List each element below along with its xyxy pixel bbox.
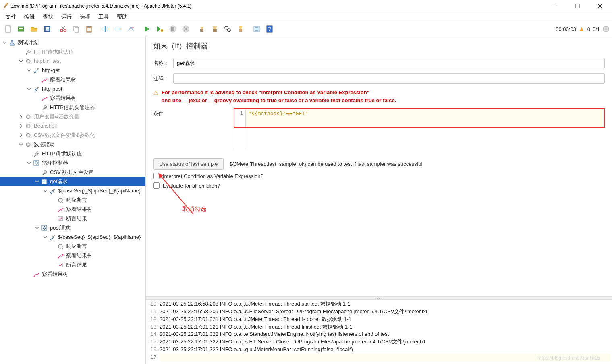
chevron-down-icon[interactable] <box>34 226 40 230</box>
condition-editor[interactable]: 1 "${methods}"=="GET" <box>234 108 605 128</box>
reset-search-icon[interactable] <box>234 23 247 35</box>
tree-item[interactable]: HTTP请求默认值 <box>0 47 145 56</box>
menu-tools[interactable]: 工具 <box>94 12 113 22</box>
tree-item[interactable]: HTTP请求默认值 <box>0 149 145 158</box>
chevron-down-icon[interactable] <box>42 189 48 193</box>
jmeter-feather-icon <box>3 2 9 10</box>
chevron-down-icon[interactable] <box>26 87 32 91</box>
tree-item[interactable]: 察看结果树 <box>0 251 145 260</box>
test-plan-tree[interactable]: 测试计划 HTTP请求默认值httpbin_testhttp-get察看结果树h… <box>0 36 146 364</box>
stop-icon[interactable] <box>167 23 179 35</box>
tree-item[interactable]: 察看结果树 <box>0 269 145 279</box>
svg-rect-29 <box>200 29 203 32</box>
comment-label: 注释： <box>153 75 173 82</box>
evaluate-all-children-checkbox[interactable] <box>153 182 160 189</box>
tree-item[interactable]: http-get <box>0 66 145 75</box>
svg-rect-59 <box>34 161 39 165</box>
function-helper-icon[interactable] <box>251 23 263 35</box>
tree-item[interactable]: 断言结果 <box>0 260 145 269</box>
menu-help[interactable]: 帮助 <box>113 12 131 22</box>
close-button[interactable] <box>594 2 606 10</box>
cut-icon[interactable] <box>57 23 69 35</box>
tree-item[interactable]: ${caseSeq}_${apiSeq}_${apiName} <box>0 232 145 242</box>
maximize-button[interactable] <box>572 2 583 10</box>
tree-item[interactable]: CSV数据文件变量&参数化 <box>0 130 145 140</box>
clear-icon[interactable] <box>196 23 208 35</box>
interpret-condition-checkbox[interactable] <box>153 173 160 179</box>
gear-icon <box>24 132 32 139</box>
warning-line1: For performance it is advised to check "… <box>162 89 396 97</box>
expand-icon[interactable] <box>99 23 111 35</box>
clear-all-icon[interactable] <box>209 23 221 35</box>
toggle-icon[interactable] <box>125 23 137 35</box>
tree-item[interactable]: Beanshell <box>0 121 145 130</box>
paste-icon[interactable] <box>83 23 95 35</box>
warning-triangle-icon: ⚠ <box>153 89 158 96</box>
tree-label: 用户变量&函数变量 <box>33 113 79 120</box>
tree-item[interactable]: 断言结果 <box>0 214 145 223</box>
toolbar-right: 00:00:03 ▲ 0 0/1 <box>556 25 610 33</box>
log-panel[interactable]: 102021-03-25 22:16:58,208 INFO o.a.j.t.J… <box>146 300 612 364</box>
menu-options[interactable]: 选项 <box>76 12 94 22</box>
tree-item[interactable]: 察看结果树 <box>0 205 145 214</box>
tree-label: HTTP请求默认值 <box>33 48 74 56</box>
chevron-down-icon[interactable] <box>34 180 40 184</box>
shutdown-icon[interactable] <box>180 23 192 35</box>
log-splitter[interactable]: •••• <box>146 296 612 300</box>
menu-bar: 文件 编辑 查找 运行 选项 工具 帮助 <box>0 12 612 22</box>
collapse-icon[interactable] <box>112 23 124 35</box>
tree-item[interactable]: 用户变量&函数变量 <box>0 112 145 121</box>
menu-edit[interactable]: 编辑 <box>20 12 39 22</box>
loop-icon <box>32 160 40 166</box>
svg-rect-73 <box>58 263 63 267</box>
condition-code[interactable]: "${methods}"=="GET" <box>246 109 604 127</box>
chevron-down-icon[interactable] <box>18 143 24 147</box>
name-input[interactable] <box>173 58 605 68</box>
tree-item[interactable]: 察看结果树 <box>0 93 145 103</box>
start-no-pause-icon[interactable] <box>154 23 166 35</box>
save-icon[interactable] <box>41 23 53 35</box>
svg-rect-1 <box>575 4 579 8</box>
menu-search[interactable]: 查找 <box>39 12 57 22</box>
tree-item[interactable]: post请求 <box>0 223 145 232</box>
tree-item[interactable]: ${caseSeq}_${apiSeq}_${apiName} <box>0 186 145 195</box>
evaluate-all-children-label: Evaluate for all children? <box>163 183 220 189</box>
tree-item[interactable]: 响应断言 <box>0 195 145 205</box>
chevron-down-icon[interactable] <box>18 59 24 63</box>
svg-rect-15 <box>75 27 79 32</box>
chevron-down-icon[interactable] <box>26 68 32 72</box>
menu-file[interactable]: 文件 <box>2 12 20 22</box>
chevron-right-icon[interactable] <box>18 133 24 137</box>
help-icon[interactable]: ? <box>263 23 276 35</box>
copy-icon[interactable] <box>70 23 82 35</box>
start-icon[interactable] <box>141 23 153 35</box>
tree-item[interactable]: HTTP信息头管理器 <box>0 103 145 112</box>
chevron-down-icon[interactable] <box>26 161 32 165</box>
tree-item[interactable]: 循环控制器 <box>0 158 145 168</box>
open-icon[interactable] <box>28 23 40 35</box>
tree-item[interactable]: CSV 数据文件设置 <box>0 168 145 177</box>
chevron-down-icon[interactable] <box>42 235 48 239</box>
tree-item[interactable]: 数据驱动 <box>0 140 145 149</box>
tree-label: 断言结果 <box>65 215 87 222</box>
tree-root[interactable]: 测试计划 <box>0 38 145 47</box>
tree-label: ${caseSeq}_${apiSeq}_${apiName} <box>57 188 141 194</box>
tree-item[interactable]: http-post <box>0 84 145 93</box>
minimize-button[interactable] <box>549 2 560 10</box>
use-last-sample-button[interactable]: Use status of last sample <box>153 158 224 170</box>
tree-item[interactable]: httpbin_test <box>0 56 145 66</box>
search-icon[interactable] <box>222 23 234 35</box>
chevron-down-icon[interactable] <box>2 41 8 45</box>
tree-item[interactable]: 响应断言 <box>0 242 145 251</box>
wrench-icon <box>40 104 48 111</box>
chevron-right-icon[interactable] <box>18 115 24 119</box>
warning-icon[interactable]: ▲ <box>579 25 585 33</box>
tree-item[interactable]: 察看结果树 <box>0 75 145 84</box>
log-line: 102021-03-25 22:16:58,208 INFO o.a.j.t.J… <box>147 300 610 308</box>
chevron-right-icon[interactable] <box>18 124 24 128</box>
tree-item[interactable]: get请求 <box>0 177 145 186</box>
templates-icon[interactable] <box>15 23 27 35</box>
menu-run[interactable]: 运行 <box>57 12 76 22</box>
new-icon[interactable] <box>2 23 15 35</box>
comment-input[interactable] <box>173 73 605 84</box>
